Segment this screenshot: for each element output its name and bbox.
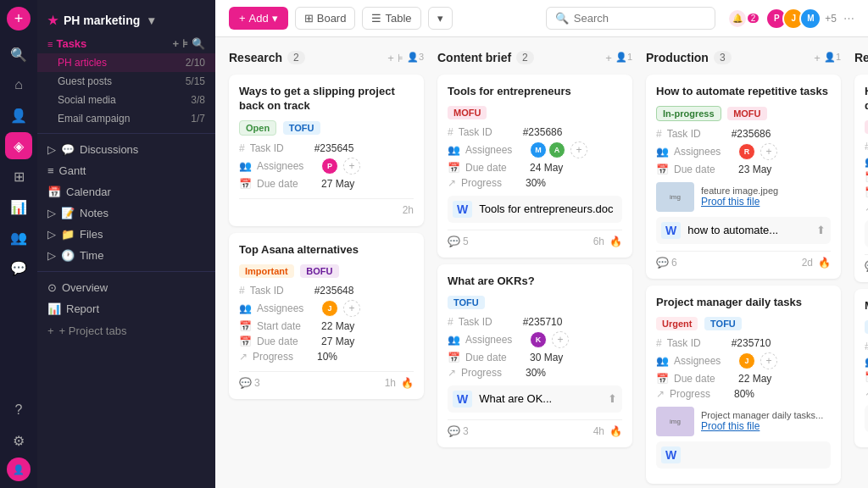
progress2-value: 10% <box>317 351 337 363</box>
card-automate-tasks[interactable]: How to automate repetitive tasks In-prog… <box>646 75 841 279</box>
fire3-icon: 🔥 <box>609 236 622 247</box>
add-button[interactable]: + Add ▾ <box>229 7 288 30</box>
add-project-tabs-button[interactable]: + + Project tabs <box>37 319 215 342</box>
reports-icon-btn[interactable]: 📊 <box>5 193 32 220</box>
add-assignee3-btn[interactable]: + <box>570 141 587 158</box>
card5-taskid-row: # Task ID #235686 <box>656 126 831 141</box>
tools-title: Tools for entrepreneurs <box>448 85 622 99</box>
column-research-header: Research 2 + ⊧ 👤3 <box>229 47 424 68</box>
research-filter-icon[interactable]: ⊧ <box>398 52 403 64</box>
automate-title: How to automate repetitive tasks <box>656 85 831 99</box>
duedate4-label: Due date <box>465 352 525 363</box>
sidebar-item-time[interactable]: ▷ 🕐 Time <box>37 245 215 266</box>
more-views-button[interactable]: ▾ <box>428 7 453 30</box>
settings-icon-btn[interactable]: ⚙ <box>5 427 32 454</box>
notes-expand-icon: ▷ <box>47 207 56 219</box>
card4-assignees-row: 👥 Assignees K + <box>448 330 622 350</box>
research-add-icon[interactable]: + <box>387 52 394 64</box>
feature-image-thumb: img <box>656 182 694 212</box>
card-taskid-row: # Task ID #235645 <box>239 141 414 156</box>
sidebar-item-discussions[interactable]: ▷ 💬 Discussions <box>37 139 215 160</box>
search-bar[interactable]: 🔍 <box>546 7 715 30</box>
card-how-to-better[interactable]: How to better h... deadlines as a... MOF… <box>854 75 868 282</box>
card8-taskid-row: # Task ID <box>865 339 868 354</box>
proof-link-2[interactable]: Proof this file <box>701 420 823 432</box>
card5-image-section: img feature image.jpeg Proof this file <box>656 182 831 212</box>
production-add-icon[interactable]: + <box>814 52 821 64</box>
comment7-icon: 💬 <box>865 260 868 272</box>
tasks-search-icon[interactable]: 🔍 <box>192 37 205 50</box>
tag-mofu3: MOFU <box>865 120 868 134</box>
add-assignee4-btn[interactable]: + <box>552 331 569 348</box>
card-project-manager[interactable]: Project manager daily tasks Urgent TOFU … <box>646 286 841 484</box>
research-assignee-icon[interactable]: 👤3 <box>407 52 424 64</box>
add-assignee2-btn[interactable]: + <box>343 300 360 317</box>
add-assignee-btn[interactable]: + <box>343 158 360 175</box>
avatar-icon-btn[interactable]: 👤 <box>7 458 31 481</box>
tasks-filter-icon[interactable]: ⊧ <box>182 37 188 50</box>
toolbar-more-icon[interactable]: ⋯ <box>843 12 854 25</box>
duedate3-label: Due date <box>465 162 525 174</box>
card3-time: 6h <box>593 236 604 247</box>
duedate-label: Due date <box>257 178 316 190</box>
card-what-are-okrs[interactable]: What are OKRs? TOFU # Task ID #235710 👥 … <box>437 264 632 447</box>
sidebar-item-ph-articles[interactable]: PH articles 2/10 <box>37 53 215 72</box>
sidebar-item-files[interactable]: ▷ 📁 Files <box>37 224 215 245</box>
sidebar-item-overview[interactable]: ⊙ Overview <box>37 277 215 298</box>
card-tools-entrepreneurs[interactable]: Tools for entrepreneurs MOFU # Task ID #… <box>437 75 632 258</box>
sidebar-item-guest-posts[interactable]: Guest posts 5/15 <box>37 72 215 91</box>
add-chevron-icon: ▾ <box>272 12 278 25</box>
sidebar-item-gantt[interactable]: ≡ Gantt <box>37 160 215 181</box>
me-icon-btn[interactable]: 👤 <box>5 102 32 129</box>
everything-icon-btn[interactable]: ⊞ <box>5 163 32 190</box>
card-ways-to-get[interactable]: Ways to get a slipping project back on t… <box>229 75 424 226</box>
sidebar-item-report[interactable]: 📊 Report <box>37 298 215 319</box>
content-assignee-icon[interactable]: 👤1 <box>615 52 632 64</box>
card-top-asana[interactable]: Top Asana alternatives Important BOFU # … <box>229 233 424 399</box>
card8-assignees-row: 👥 Assignees <box>865 354 868 369</box>
production-assignee-icon[interactable]: 👤1 <box>824 52 841 64</box>
add-assignee6-btn[interactable]: + <box>760 352 777 369</box>
taskid2-value: #235648 <box>314 285 354 297</box>
search-icon-btn[interactable]: 🔍 <box>5 41 32 68</box>
card-making-mistakes[interactable]: Making mistak... TOFU # Task ID 👥 Assign… <box>854 289 868 447</box>
proof-link-1[interactable]: Proof this file <box>701 196 778 208</box>
card5-duedate-row: 📅 Due date 23 May <box>656 162 831 177</box>
sidebar-item-calendar[interactable]: 📅 Calendar <box>37 181 215 202</box>
sidebar-item-social-media[interactable]: Social media 3/8 <box>37 91 215 109</box>
tasks-add-icon[interactable]: + <box>172 37 179 50</box>
content-add-icon[interactable]: + <box>605 52 612 64</box>
notes-icon: 📝 <box>61 207 75 219</box>
add-label: Add <box>249 12 269 25</box>
card4-taskid-row: # Task ID #235710 <box>448 314 622 330</box>
add-assignee5-btn[interactable]: + <box>760 143 777 160</box>
sidebar-item-notes[interactable]: ▷ 📝 Notes <box>37 202 215 224</box>
card4-progress-row: ↗ Progress 30% <box>448 365 622 380</box>
sidebar-item-email-campaign[interactable]: Email campaign 1/7 <box>37 109 215 128</box>
column-content-brief: Content brief 2 + 👤1 Tools for entrepren… <box>437 47 632 447</box>
people-icon-btn[interactable]: 👥 <box>5 224 32 251</box>
upload5-icon: ⬆ <box>816 224 826 236</box>
attachment5-name: how to automate... <box>687 224 778 236</box>
card3-taskid-row: # Task ID #235686 <box>448 125 622 140</box>
taskid6-label: Task ID <box>667 337 726 349</box>
project-header[interactable]: ★ PH marketing ▾ <box>37 7 215 34</box>
table-view-button[interactable]: ☰ Table <box>362 7 420 30</box>
search-input[interactable] <box>574 12 706 25</box>
attachment-name: Tools for entrepreneurs.doc <box>479 202 613 215</box>
main-content: + Add ▾ ⊞ Board ☰ Table ▾ 🔍 🔔 2 P J M +5 <box>215 0 868 488</box>
help-icon-btn[interactable]: ? <box>5 396 32 424</box>
files-icon: 📁 <box>61 228 75 241</box>
home-icon-btn[interactable]: ⌂ <box>5 71 32 98</box>
chat-icon-btn[interactable]: 💬 <box>5 254 32 281</box>
table-label: Table <box>385 12 411 25</box>
board-view-button[interactable]: ⊞ Board <box>295 7 356 30</box>
word6-icon: W <box>661 446 681 463</box>
card4-time: 4h <box>593 425 604 437</box>
card5-assignees-row: 👥 Assignees R + <box>656 141 831 162</box>
projects-icon-btn[interactable]: ◈ <box>5 132 32 159</box>
card5-footer: 💬 6 2d 🔥 <box>656 251 831 269</box>
notification-badge[interactable]: 🔔 <box>729 10 746 27</box>
calendar-label: Calendar <box>66 186 111 198</box>
global-add-button[interactable]: + <box>7 7 31 30</box>
